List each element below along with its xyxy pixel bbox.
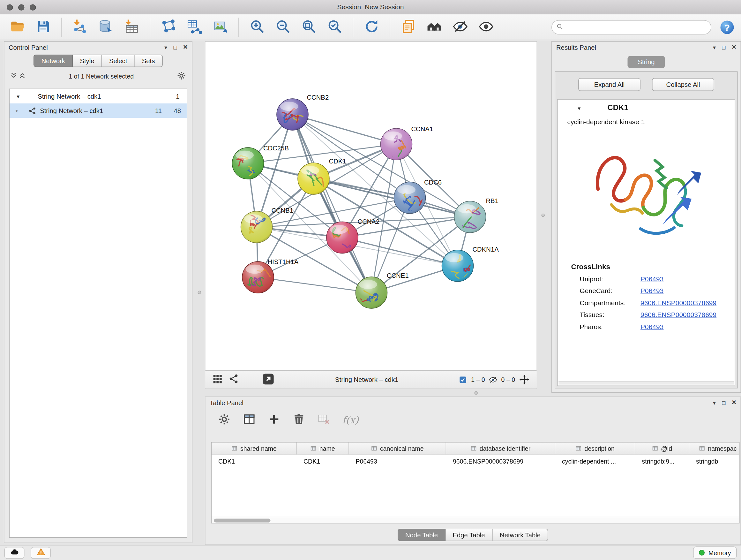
- delete-table-button[interactable]: [318, 413, 331, 427]
- panel-close-icon[interactable]: ×: [732, 43, 736, 51]
- table-row[interactable]: CDK1CDK1P064939606.ENSP00000378699cyclin…: [212, 455, 739, 468]
- network-node-cdkn1a[interactable]: [442, 250, 474, 282]
- crosslink-value-link[interactable]: P06493: [641, 274, 664, 282]
- status-bar: Memory: [0, 545, 741, 560]
- results-panel-header: Results Panel ▾ □ ×: [552, 42, 741, 53]
- show-columns-button[interactable]: [243, 413, 256, 427]
- zoom-fit-button[interactable]: [298, 17, 320, 38]
- network-edge[interactable]: [258, 277, 372, 293]
- refresh-layout-button[interactable]: [361, 17, 382, 38]
- network-edge[interactable]: [293, 115, 372, 293]
- detach-view-button[interactable]: [262, 372, 275, 387]
- network-node-ccnb1[interactable]: [241, 211, 273, 243]
- column-icon: [470, 445, 477, 452]
- zoom-out-button[interactable]: [273, 17, 293, 38]
- save-session-button[interactable]: [32, 17, 54, 38]
- birds-eye-toggle-button[interactable]: [228, 374, 239, 386]
- column-header-database-identifier[interactable]: database identifier: [446, 442, 555, 455]
- network-node-ccnb2[interactable]: [277, 99, 308, 130]
- add-column-button[interactable]: [268, 413, 281, 427]
- network-node-rb1[interactable]: [455, 201, 486, 233]
- zoom-selected-button[interactable]: [324, 17, 345, 38]
- network-node-ccna2[interactable]: [327, 222, 358, 253]
- network-canvas[interactable]: CCNB2CCNA1CDC25BCDK1CDC6RB1CCNB1CCNA2CDK…: [205, 42, 537, 370]
- panel-menu-icon[interactable]: ▾: [713, 45, 716, 51]
- protein-card-header[interactable]: ▼ CDK1: [558, 100, 735, 117]
- crosslink-value-link[interactable]: 9606.ENSP00000378699: [641, 299, 717, 306]
- right-splitter-handle[interactable]: [542, 213, 545, 217]
- import-table-from-file-button[interactable]: [121, 17, 142, 38]
- network-row-selected[interactable]: ● String Network – cdk1 11 48: [10, 104, 187, 118]
- column-header-canonical-name[interactable]: canonical name: [349, 442, 447, 455]
- zoom-fit-icon: [301, 18, 317, 36]
- open-session-button[interactable]: [7, 17, 28, 38]
- panel-float-icon[interactable]: □: [722, 45, 726, 51]
- search-input[interactable]: [563, 21, 711, 34]
- tree-expand-icon[interactable]: ▼: [16, 94, 21, 99]
- network-edge[interactable]: [293, 115, 397, 144]
- memory-button[interactable]: Memory: [693, 547, 737, 559]
- panel-close-icon[interactable]: ×: [183, 43, 188, 51]
- network-from-table-button[interactable]: [184, 17, 205, 38]
- collapse-section-icon[interactable]: ▼: [577, 106, 582, 111]
- network-node-cdc25b[interactable]: [232, 147, 264, 179]
- table-hscrollbar[interactable]: [212, 517, 739, 523]
- selected-checkbox-icon[interactable]: [459, 375, 467, 384]
- table-settings-button[interactable]: [218, 413, 231, 427]
- string-tab[interactable]: String: [628, 56, 665, 68]
- crosslink-value-link[interactable]: P06493: [641, 322, 664, 330]
- column-header-namespac[interactable]: namespac: [689, 442, 740, 455]
- tab-edge-table[interactable]: Edge Table: [446, 529, 492, 541]
- network-node-cdc6[interactable]: [394, 182, 426, 213]
- results-scrollbar[interactable]: [559, 381, 734, 385]
- pan-tool-icon[interactable]: [519, 374, 530, 385]
- tab-style[interactable]: Style: [73, 55, 102, 67]
- network-node-ccna1[interactable]: [381, 128, 412, 161]
- column-header-shared-name[interactable]: shared name: [212, 442, 297, 455]
- tab-sets[interactable]: Sets: [135, 55, 162, 67]
- birds-eye-view-button[interactable]: [424, 17, 445, 38]
- warnings-button[interactable]: [30, 547, 51, 559]
- grid-view-button[interactable]: [212, 374, 223, 386]
- column-header-description[interactable]: description: [555, 442, 635, 455]
- zoom-out-icon: [275, 18, 291, 36]
- tab-node-table[interactable]: Node Table: [398, 529, 446, 541]
- function-builder-button[interactable]: f(x): [342, 415, 359, 426]
- export-image-button[interactable]: [210, 17, 231, 38]
- network-node-cdk1[interactable]: [298, 163, 333, 196]
- panel-float-icon[interactable]: □: [174, 45, 177, 51]
- panel-menu-icon[interactable]: ▾: [164, 45, 167, 51]
- zoom-in-button[interactable]: [247, 17, 268, 38]
- network-node-ccne1[interactable]: [354, 277, 387, 308]
- tab-network[interactable]: Network: [34, 55, 73, 67]
- crosslink-value-link[interactable]: 9606.ENSP00000378699: [641, 311, 717, 318]
- import-network-from-database-button[interactable]: [95, 17, 117, 38]
- network-collection-row[interactable]: ▼ String Network – cdk1 1: [10, 89, 187, 104]
- help-button[interactable]: ?: [720, 20, 735, 35]
- collapse-all-button[interactable]: Collapse All: [652, 78, 714, 91]
- tab-network-table[interactable]: Network Table: [493, 529, 548, 541]
- panel-close-icon[interactable]: ×: [732, 398, 736, 406]
- horizontal-splitter-handle[interactable]: [475, 391, 478, 395]
- column-header-id[interactable]: @id: [635, 442, 690, 455]
- delete-column-button[interactable]: [293, 413, 306, 427]
- collapse-all-icon[interactable]: [10, 72, 17, 80]
- cloud-status-button[interactable]: [4, 547, 24, 559]
- tab-select[interactable]: Select: [102, 55, 135, 67]
- panel-float-icon[interactable]: □: [722, 400, 726, 406]
- import-network-from-file-button[interactable]: [70, 17, 91, 38]
- hidden-eye-icon[interactable]: [489, 375, 497, 384]
- network-options-button[interactable]: [177, 71, 186, 82]
- expand-all-button[interactable]: Expand All: [578, 78, 641, 91]
- scrollbar-thumb[interactable]: [214, 518, 271, 522]
- show-graphics-details-button[interactable]: [475, 17, 496, 38]
- left-splitter-handle[interactable]: [198, 291, 201, 294]
- column-header-name[interactable]: name: [297, 442, 349, 455]
- hide-graphics-details-button[interactable]: [450, 17, 471, 38]
- panel-menu-icon[interactable]: ▾: [713, 400, 716, 406]
- crosslink-value-link[interactable]: P06493: [641, 287, 664, 294]
- new-network-button[interactable]: [158, 17, 179, 38]
- copy-style-button[interactable]: [398, 17, 419, 38]
- network-node-hist1h1a[interactable]: [242, 261, 274, 293]
- expand-all-icon[interactable]: [19, 72, 26, 80]
